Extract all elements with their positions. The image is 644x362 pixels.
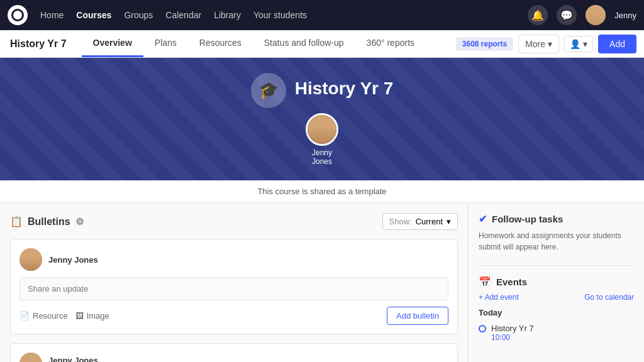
sub-nav-right: 3608 reports More ▾ 👤 ▾ Add bbox=[456, 35, 644, 53]
events-section: 📅 Events + Add event Go to calendar Toda… bbox=[479, 276, 634, 342]
chevron-down-icon[interactable]: ▾ bbox=[444, 359, 448, 362]
go-to-calendar-link[interactable]: Go to calendar bbox=[584, 293, 634, 302]
poster-avatar-face bbox=[19, 248, 42, 271]
right-panel: ✔ Follow-up tasks Homework and assignmen… bbox=[468, 203, 644, 362]
bulletin-item-avatar bbox=[19, 353, 42, 362]
nav-groups[interactable]: Groups bbox=[124, 10, 153, 20]
events-icon: 📅 bbox=[479, 276, 491, 288]
hero-avatar[interactable] bbox=[306, 113, 338, 146]
add-button[interactable]: Add bbox=[598, 35, 636, 53]
bulletin-item-info: Jenny Jones 25 January bbox=[48, 356, 98, 363]
messages-button[interactable]: 💬 bbox=[557, 5, 577, 25]
bulletin-item-left: Jenny Jones 25 January bbox=[19, 353, 98, 362]
follow-up-icon: ✔ bbox=[479, 213, 487, 225]
main-content: 📋 Bulletins ⚙ Show: Current ▾ Jenny Jone… bbox=[0, 203, 644, 362]
tab-plans[interactable]: Plans bbox=[143, 30, 188, 57]
hero-user-wrap: Jenny Jones bbox=[306, 113, 338, 166]
follow-up-description: Homework and assignments your students s… bbox=[479, 230, 634, 253]
hero-user-name: Jenny Jones bbox=[312, 148, 332, 166]
bulletins-icon: 📋 bbox=[10, 216, 23, 228]
bulletins-header: 📋 Bulletins ⚙ Show: Current ▾ bbox=[10, 213, 458, 230]
chevron-down-icon: ▾ bbox=[548, 39, 552, 49]
nav-students[interactable]: Your students bbox=[253, 10, 307, 20]
resource-button[interactable]: 📄 Resource bbox=[19, 311, 68, 321]
nav-items: Home Courses Groups Calendar Library You… bbox=[40, 10, 515, 20]
events-action-row: + Add event Go to calendar bbox=[479, 293, 634, 302]
event-time: 10:00 bbox=[491, 333, 534, 342]
settings-icon[interactable]: ⚙ bbox=[75, 216, 84, 228]
nav-courses[interactable]: Courses bbox=[76, 10, 111, 20]
resource-icon: 📄 bbox=[19, 311, 30, 321]
template-bar: This course is shared as a template bbox=[0, 180, 644, 203]
divider bbox=[479, 265, 634, 266]
hero-banner: 🎓 History Yr 7 Jenny Jones bbox=[0, 58, 644, 180]
add-event-link[interactable]: + Add event bbox=[479, 293, 519, 302]
nav-library[interactable]: Library bbox=[214, 10, 241, 20]
image-icon: 🖼 bbox=[75, 311, 84, 321]
hero-avatar-face bbox=[308, 115, 336, 144]
bulletin-item: Jenny Jones 25 January ▾ bbox=[10, 343, 458, 362]
tab-overview[interactable]: Overview bbox=[82, 30, 143, 57]
event-name[interactable]: History Yr 7 bbox=[491, 324, 534, 333]
events-title-row: 📅 Events bbox=[479, 276, 634, 288]
image-button[interactable]: 🖼 Image bbox=[75, 311, 109, 321]
add-bulletin-button[interactable]: Add bulletin bbox=[387, 307, 448, 325]
bulletins-title: 📋 Bulletins ⚙ bbox=[10, 216, 84, 228]
person-icon: 👤 bbox=[570, 39, 580, 49]
share-input[interactable] bbox=[19, 277, 448, 300]
bulletin-actions: 📄 Resource 🖼 Image Add bulletin bbox=[19, 307, 448, 325]
tab-resources[interactable]: Resources bbox=[188, 30, 253, 57]
sub-nav-items: Overview Plans Resources Status and foll… bbox=[82, 30, 426, 57]
follow-up-section: ✔ Follow-up tasks Homework and assignmen… bbox=[479, 213, 634, 253]
today-label: Today bbox=[479, 308, 502, 317]
nav-calendar[interactable]: Calendar bbox=[165, 10, 201, 20]
bulletin-item-avatar-face bbox=[19, 353, 42, 362]
chevron-icon: ▾ bbox=[583, 39, 587, 49]
bulletin-post-composer: Jenny Jones 📄 Resource 🖼 Image Add bulle… bbox=[10, 239, 458, 334]
poster-name[interactable]: Jenny Jones bbox=[48, 255, 98, 265]
reports-badge: 3608 reports bbox=[456, 37, 513, 51]
course-icon: 🎓 bbox=[251, 73, 286, 108]
nav-home[interactable]: Home bbox=[40, 10, 64, 20]
bulletins-panel: 📋 Bulletins ⚙ Show: Current ▾ Jenny Jone… bbox=[0, 203, 468, 362]
avatar-face bbox=[586, 5, 606, 25]
app-logo[interactable] bbox=[8, 5, 28, 25]
hero-title: History Yr 7 bbox=[295, 79, 394, 99]
tab-360-reports[interactable]: 360° reports bbox=[355, 30, 426, 57]
course-navigation: History Yr 7 Overview Plans Resources St… bbox=[0, 30, 644, 58]
event-item: History Yr 7 10:00 bbox=[479, 324, 634, 342]
course-title: History Yr 7 bbox=[10, 38, 67, 50]
user-avatar-nav[interactable] bbox=[586, 5, 606, 25]
poster-avatar bbox=[19, 248, 42, 271]
event-details: History Yr 7 10:00 bbox=[491, 324, 534, 342]
poster-row: Jenny Jones bbox=[19, 248, 448, 271]
bulletin-item-name[interactable]: Jenny Jones bbox=[48, 356, 98, 363]
show-dropdown[interactable]: Show: Current ▾ bbox=[382, 213, 458, 230]
bulletin-item-header: Jenny Jones 25 January ▾ bbox=[19, 353, 448, 362]
user-name-nav: Jenny bbox=[614, 11, 636, 20]
dropdown-icon: ▾ bbox=[447, 217, 451, 226]
event-dot bbox=[479, 325, 486, 332]
follow-up-title: ✔ Follow-up tasks bbox=[479, 213, 634, 225]
tab-status-followup[interactable]: Status and follow-up bbox=[253, 30, 355, 57]
today-row: Today bbox=[479, 308, 634, 317]
nav-right: 🔔 💬 Jenny bbox=[528, 5, 636, 25]
user-circle-button[interactable]: 👤 ▾ bbox=[564, 36, 593, 52]
notifications-button[interactable]: 🔔 bbox=[528, 5, 548, 25]
top-navigation: Home Courses Groups Calendar Library You… bbox=[0, 0, 644, 30]
more-button[interactable]: More ▾ bbox=[518, 35, 559, 53]
